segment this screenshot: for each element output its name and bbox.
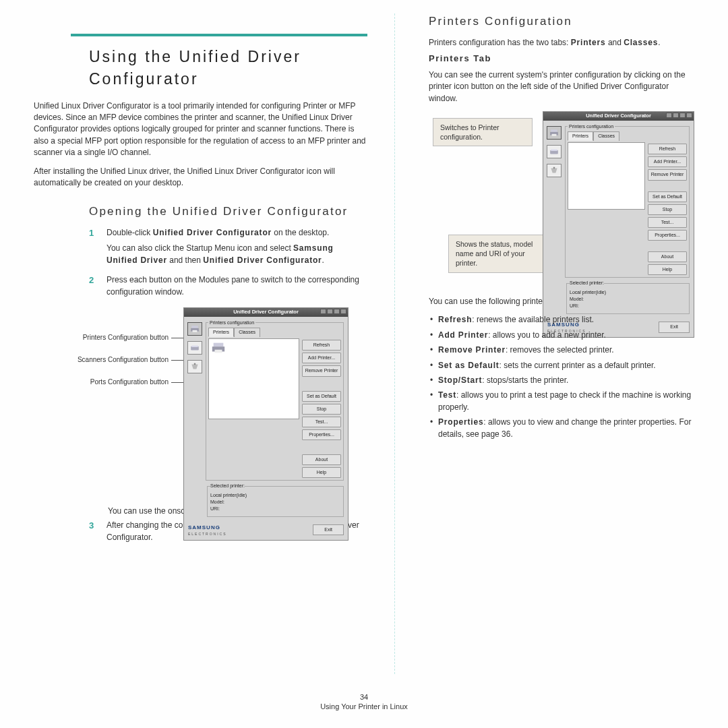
section-rule xyxy=(71,34,367,36)
stop-button-2[interactable]: Stop xyxy=(648,204,687,215)
callout-printers-btn: Printers Configuration button xyxy=(34,333,169,343)
properties-button[interactable]: Properties... xyxy=(302,429,341,440)
control-buttons-list: Refresh: renews the available printers l… xyxy=(429,314,694,440)
bullet-refresh: Refresh: renews the available printers l… xyxy=(429,314,694,326)
bullet-stop: Stop/Start: stops/starts the printer. xyxy=(429,375,694,386)
svg-rect-6 xyxy=(214,343,224,347)
bullet-test: Test: allows you to print a test page to… xyxy=(429,390,694,413)
window-controls[interactable] xyxy=(320,309,346,314)
step-1-line-1: Double-click Unified Driver Configurator… xyxy=(107,227,367,239)
page-footer: 34 Using Your Printer in Linux xyxy=(0,693,728,710)
step-number-1: 1 xyxy=(89,227,97,270)
printer-listbox-2[interactable] xyxy=(568,142,645,210)
window-controls-2[interactable] xyxy=(666,113,692,118)
printer-module-icon-2[interactable] xyxy=(547,126,562,140)
para-intro-2: After installing the Unified Linux drive… xyxy=(34,166,367,189)
test-button[interactable]: Test... xyxy=(302,417,341,427)
svg-rect-0 xyxy=(191,326,198,328)
step-2-text: Press each button on the Modules pane to… xyxy=(107,274,367,298)
tab-classes[interactable]: Classes xyxy=(234,328,260,337)
heading-opening: Opening the Unified Driver Configurator xyxy=(89,204,367,220)
step-number-2: 2 xyxy=(89,274,97,302)
printer-icon xyxy=(211,341,226,355)
printers-groupbox-2: Printers configuration Printers Classes … xyxy=(565,123,690,278)
help-button-2[interactable]: Help xyxy=(648,264,687,275)
about-button[interactable]: About xyxy=(302,454,341,465)
samsung-logo: SAMSUNGELECTRONICS xyxy=(188,524,227,537)
callout-switch-printer: Switches to Printer configuration. xyxy=(433,118,533,146)
callout-ports-btn: Ports Configuration button xyxy=(34,377,169,388)
tab-classes-2[interactable]: Classes xyxy=(593,131,619,141)
page-number: 34 xyxy=(0,693,728,701)
ports-module-icon-2[interactable] xyxy=(547,164,562,177)
heading-printers-tab: Printers Tab xyxy=(429,53,694,65)
figure-printers-tab: Switches to Printer configuration. Shows… xyxy=(429,111,694,286)
figure-modules: Printers Configuration button Scanners C… xyxy=(34,307,367,496)
help-button[interactable]: Help xyxy=(302,467,341,478)
properties-button-2[interactable]: Properties... xyxy=(648,230,687,241)
step-1-line-2: You can also click the Startup Menu icon… xyxy=(107,243,367,266)
printers-config-intro: Printers configuration has the two tabs:… xyxy=(429,37,694,49)
printers-groupbox: Printers configuration Printers Classes xyxy=(206,320,344,481)
set-default-button[interactable]: Set as Default xyxy=(302,391,341,402)
svg-rect-9 xyxy=(551,129,557,132)
tab-printers[interactable]: Printers xyxy=(208,328,234,337)
svg-rect-14 xyxy=(553,167,555,169)
refresh-button[interactable]: Refresh xyxy=(302,340,341,351)
printers-tab-desc: You can see the current system's printer… xyxy=(429,69,694,104)
selected-printer-box: Selected printer: Local printer(idle) Mo… xyxy=(207,483,344,517)
svg-rect-2 xyxy=(193,330,198,332)
test-button-2[interactable]: Test... xyxy=(648,217,687,228)
footer-label: Using Your Printer in Linux xyxy=(0,702,728,710)
printer-listbox[interactable] xyxy=(208,338,299,419)
add-printer-button-2[interactable]: Add Printer... xyxy=(648,156,687,167)
svg-rect-4 xyxy=(191,345,198,346)
bullet-default: Set as Default: sets the current printer… xyxy=(429,360,694,371)
step-1: 1 Double-click Unified Driver Configurat… xyxy=(89,227,367,270)
para-intro-1: Unified Linux Driver Configurator is a t… xyxy=(34,100,367,159)
column-divider xyxy=(394,13,395,674)
exit-button[interactable]: Exit xyxy=(313,524,344,535)
callout-scanners-btn: Scanners Configuration button xyxy=(34,355,169,365)
remove-printer-button-2[interactable]: Remove Printer xyxy=(648,169,687,180)
configurator-window: Unified Driver Configurator xyxy=(183,307,348,541)
bullet-remove: Remove Printer: removes the selected pri… xyxy=(429,344,694,356)
remove-printer-button[interactable]: Remove Printer xyxy=(302,365,341,376)
printer-module-icon[interactable] xyxy=(187,322,202,336)
window-titlebar-2: Unified Driver Configurator xyxy=(543,112,694,121)
scanner-module-icon-2[interactable] xyxy=(547,145,562,158)
selected-printer-box-2: Selected printer: Local printer(idle) Mo… xyxy=(566,280,690,314)
stop-button[interactable]: Stop xyxy=(302,404,341,415)
bullet-add: Add Printer: allows you to add a new pri… xyxy=(429,330,694,341)
configurator-window-2: Unified Driver Configurator xyxy=(543,111,694,338)
svg-rect-8 xyxy=(215,350,222,353)
heading-main: Using the Unified Driver Configurator xyxy=(89,46,347,91)
step-number-3: 3 xyxy=(89,520,97,547)
refresh-button-2[interactable]: Refresh xyxy=(648,144,687,154)
svg-rect-13 xyxy=(551,149,557,150)
svg-rect-11 xyxy=(552,134,557,136)
about-button-2[interactable]: About xyxy=(648,251,687,262)
callout-shows-status: Shows the status, model name and URI of … xyxy=(448,235,555,273)
heading-printers-config: Printers Configuration xyxy=(429,13,694,30)
ports-module-icon[interactable] xyxy=(187,360,202,373)
svg-rect-5 xyxy=(194,363,195,365)
scanner-module-icon[interactable] xyxy=(187,341,202,355)
bullet-properties: Properties: allows you to view and chang… xyxy=(429,417,694,440)
add-printer-button[interactable]: Add Printer... xyxy=(302,353,341,363)
set-default-button-2[interactable]: Set as Default xyxy=(648,191,687,202)
step-2: 2 Press each button on the Modules pane … xyxy=(89,274,367,302)
tab-printers-2[interactable]: Printers xyxy=(568,131,593,141)
window-titlebar: Unified Driver Configurator xyxy=(184,308,348,317)
